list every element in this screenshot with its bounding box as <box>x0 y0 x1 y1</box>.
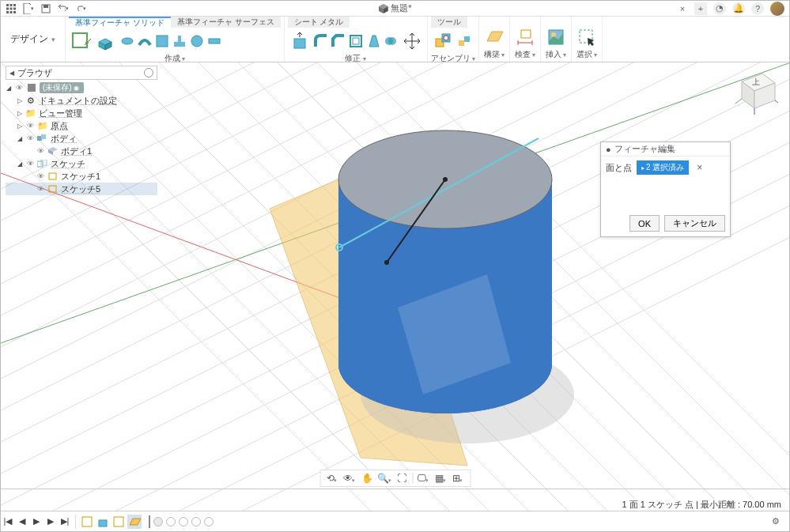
notifications-icon[interactable]: 🔔 <box>732 2 745 15</box>
tree-body1[interactable]: 👁 ボディ1 <box>6 145 157 157</box>
expand-icon[interactable]: ◢ <box>17 160 23 168</box>
visibility-icon[interactable]: 👁 <box>25 121 35 130</box>
lookat-icon[interactable]: 👁▾ <box>342 471 357 485</box>
tree-doc-settings[interactable]: ▷ ⚙ ドキュメントの設定 <box>6 94 157 107</box>
visibility-icon[interactable]: 👁 <box>14 83 24 92</box>
timeline-settings-icon[interactable]: ⚙ <box>769 515 783 529</box>
visibility-icon[interactable]: 👁 <box>36 146 45 156</box>
tab-tools[interactable]: ツール <box>431 17 467 28</box>
timeline-step[interactable] <box>179 517 188 526</box>
web-icon[interactable] <box>189 33 205 49</box>
help-icon[interactable]: ? <box>751 2 764 15</box>
extrude-icon[interactable] <box>94 29 118 53</box>
revolve-icon[interactable] <box>119 33 135 49</box>
timeline-feature-sketch1[interactable] <box>80 515 94 529</box>
tab-solid[interactable]: 基準フィーチャ ソリッド <box>69 17 171 28</box>
visibility-icon[interactable]: 👁 <box>36 172 45 181</box>
timeline-feature-plane[interactable] <box>127 515 142 529</box>
timeline-play-icon[interactable]: ▶ <box>29 515 43 529</box>
move-icon[interactable] <box>400 29 424 53</box>
joint-icon[interactable] <box>456 33 472 49</box>
expand-icon[interactable]: ◢ <box>17 135 23 142</box>
tree-sketch5[interactable]: 👁 スケッチ5 <box>6 183 157 195</box>
emboss-icon[interactable] <box>206 33 222 49</box>
close-tab-icon[interactable]: × <box>677 3 688 14</box>
orbit-icon[interactable]: ⟲▾ <box>325 471 339 485</box>
fillet-icon[interactable] <box>313 33 329 49</box>
timeline-step[interactable] <box>191 517 201 526</box>
visibility-icon[interactable]: 👁 <box>25 159 35 168</box>
rib-icon[interactable] <box>172 33 187 49</box>
viewport-icon[interactable]: ⊞▾ <box>451 471 465 485</box>
selection-chip[interactable]: 2 選択済み <box>637 160 689 175</box>
timeline-prev-icon[interactable]: ◀ <box>15 515 29 529</box>
timeline-next-icon[interactable]: ▶ <box>43 515 58 529</box>
timeline-start-icon[interactable]: |◀ <box>1 515 15 529</box>
apps-grid-icon[interactable] <box>6 3 17 14</box>
browser-collapse-icon[interactable]: ◀ <box>9 70 14 77</box>
expand-icon[interactable]: ▷ <box>17 123 23 130</box>
zoom-icon[interactable]: 🔍▾ <box>377 471 391 485</box>
timeline-step[interactable] <box>204 517 214 526</box>
insert-group-label[interactable]: 挿入 <box>544 49 568 62</box>
inspect-group-label[interactable]: 検査 <box>513 49 537 62</box>
display-settings-icon[interactable]: 🖵▾ <box>416 471 430 485</box>
select-icon[interactable] <box>575 25 599 49</box>
grid-settings-icon[interactable]: ▦▾ <box>433 471 448 485</box>
timeline-slider[interactable] <box>147 515 215 528</box>
chamfer-icon[interactable] <box>331 33 346 49</box>
cancel-button[interactable]: キャンセル <box>664 215 725 232</box>
extensions-icon[interactable]: ◔ <box>713 2 726 15</box>
timeline-step[interactable] <box>166 517 176 526</box>
file-icon[interactable]: ▾ <box>23 3 34 14</box>
workspace-switcher[interactable]: デザイン <box>1 17 66 62</box>
user-avatar-icon[interactable] <box>770 2 784 16</box>
svg-point-62 <box>361 345 574 443</box>
fit-icon[interactable]: ⛶ <box>395 471 409 485</box>
timeline-end-icon[interactable]: ▶| <box>58 515 72 529</box>
undo-icon[interactable]: ▾ <box>58 3 69 14</box>
tab-surface[interactable]: 基準フィーチャ サーフェス <box>171 17 281 28</box>
browser-sync-icon[interactable] <box>144 68 153 77</box>
tab-sheetmetal[interactable]: シート メタル <box>288 17 350 28</box>
new-tab-icon[interactable]: + <box>694 2 707 15</box>
tree-root[interactable]: ◢ 👁 (未保存) <box>6 81 157 94</box>
assembly-joint-icon[interactable] <box>431 29 455 53</box>
tree-sketch1[interactable]: 👁 スケッチ1 <box>6 170 157 183</box>
pan-icon[interactable]: ✋ <box>360 471 374 485</box>
gear-icon: ⚙ <box>25 95 36 106</box>
visibility-icon[interactable]: 👁 <box>25 134 35 143</box>
measure-icon[interactable] <box>513 25 537 49</box>
insert-icon[interactable] <box>544 25 568 49</box>
presspull-icon[interactable] <box>288 29 312 53</box>
browser-header[interactable]: ◀ ブラウザ <box>6 66 157 80</box>
expand-icon[interactable]: ◢ <box>6 85 12 92</box>
sketch-icon[interactable] <box>69 29 93 53</box>
combine-icon[interactable] <box>383 33 399 49</box>
construct-group-label[interactable]: 構築 <box>482 49 506 62</box>
view-cube[interactable]: 上 <box>732 69 778 115</box>
expand-icon[interactable]: ▷ <box>17 97 23 104</box>
timeline-step[interactable] <box>153 517 163 526</box>
timeline-feature-sketch2[interactable] <box>112 515 126 529</box>
sweep-icon[interactable] <box>137 33 153 49</box>
tree-sketches[interactable]: ◢ 👁 スケッチ <box>6 157 157 170</box>
tree-origin[interactable]: ▷ 👁 📁 原点 <box>6 119 157 132</box>
construct-plane-icon[interactable] <box>482 25 506 49</box>
svg-rect-18 <box>209 39 220 43</box>
timeline-feature-extrude[interactable] <box>96 515 110 529</box>
shell-icon[interactable] <box>348 33 364 49</box>
sketches-icon <box>37 158 48 169</box>
redo-icon[interactable]: ▾ <box>75 3 86 14</box>
draft-icon[interactable] <box>365 33 381 49</box>
save-icon[interactable] <box>40 3 51 14</box>
clear-selection-icon[interactable]: × <box>697 162 702 173</box>
tree-view-manage[interactable]: ▷ 📁 ビュー管理 <box>6 107 157 119</box>
expand-icon[interactable]: ▷ <box>17 110 23 117</box>
timeline-marker-icon[interactable] <box>149 515 150 528</box>
loft-icon[interactable] <box>154 33 170 49</box>
ok-button[interactable]: OK <box>629 215 660 232</box>
visibility-icon[interactable]: 👁 <box>36 184 45 194</box>
select-group-label[interactable]: 選択 <box>575 49 599 62</box>
tree-bodies[interactable]: ◢ 👁 ボディ <box>6 132 157 145</box>
